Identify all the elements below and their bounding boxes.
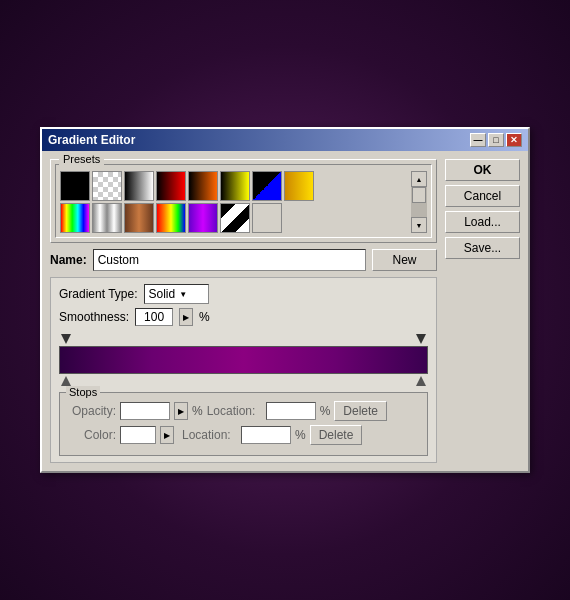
presets-scrollbar: ▲ ▼ [411, 171, 427, 233]
save-button[interactable]: Save... [445, 237, 520, 259]
name-label: Name: [50, 253, 87, 267]
left-panel: Presets [50, 159, 437, 463]
presets-row-2 [60, 203, 407, 233]
smoothness-label: Smoothness: [59, 310, 129, 324]
ok-button[interactable]: OK [445, 159, 520, 181]
name-input[interactable] [93, 249, 366, 271]
smoothness-row: Smoothness: 100 ▶ % [59, 308, 428, 326]
title-bar-buttons: — □ ✕ [470, 133, 522, 147]
gradient-bar-container [59, 334, 428, 386]
opacity-location-input[interactable] [266, 402, 316, 420]
stop-bottom-right[interactable] [416, 376, 426, 386]
opacity-stop-row: Opacity: ▶ % Location: % Delete [66, 401, 421, 421]
stops-inner: Opacity: ▶ % Location: % Delete Color: [64, 397, 423, 451]
preset-violet[interactable] [188, 203, 218, 233]
scroll-track[interactable] [411, 187, 427, 217]
presets-group: Presets [50, 159, 437, 243]
smoothness-stepper[interactable]: ▶ [179, 308, 193, 326]
presets-area: ▲ ▼ [60, 171, 427, 233]
gradient-settings: Gradient Type: Solid ▼ Smoothness: 100 ▶… [50, 277, 437, 463]
opacity-location-label: Location: [207, 404, 262, 418]
preset-rb2[interactable] [156, 203, 186, 233]
dialog-title: Gradient Editor [48, 133, 135, 147]
smoothness-input[interactable]: 100 [135, 308, 173, 326]
name-row: Name: New [50, 249, 437, 271]
color-location-input[interactable] [241, 426, 291, 444]
opacity-location-unit: % [320, 404, 331, 418]
preset-yellow[interactable] [220, 171, 250, 201]
preset-empty1[interactable] [252, 203, 282, 233]
stops-group: Stops Opacity: ▶ % Location: % Delete [59, 392, 428, 456]
new-button[interactable]: New [372, 249, 437, 271]
preset-black[interactable] [60, 171, 90, 201]
presets-row-1 [60, 171, 407, 201]
cancel-button[interactable]: Cancel [445, 185, 520, 207]
scroll-down-arrow[interactable]: ▼ [411, 217, 427, 233]
right-panel: OK Cancel Load... Save... [445, 159, 520, 463]
dropdown-arrow-icon: ▼ [179, 290, 187, 299]
color-location-label: Location: [182, 428, 237, 442]
load-button[interactable]: Load... [445, 211, 520, 233]
preset-copper[interactable] [124, 203, 154, 233]
title-bar: Gradient Editor — □ ✕ [42, 129, 528, 151]
close-button[interactable]: ✕ [506, 133, 522, 147]
preset-red[interactable] [156, 171, 186, 201]
minimize-button[interactable]: — [470, 133, 486, 147]
opacity-input[interactable] [120, 402, 170, 420]
color-swatch[interactable] [120, 426, 156, 444]
gradient-editor-dialog: Gradient Editor — □ ✕ Presets [40, 127, 530, 473]
preset-rainbow[interactable] [60, 203, 90, 233]
preset-diag2[interactable] [220, 203, 250, 233]
preset-checker[interactable] [92, 171, 122, 201]
color-stepper[interactable]: ▶ [160, 426, 174, 444]
scroll-up-arrow[interactable]: ▲ [411, 171, 427, 187]
preset-bw[interactable] [124, 171, 154, 201]
opacity-label: Opacity: [66, 404, 116, 418]
delete-opacity-button[interactable]: Delete [334, 401, 387, 421]
presets-grid [60, 171, 407, 233]
presets-label: Presets [59, 153, 104, 165]
gradient-type-label: Gradient Type: [59, 287, 138, 301]
presets-inner: ▲ ▼ [55, 164, 432, 238]
dialog-body: Presets [42, 151, 528, 471]
stops-label: Stops [66, 386, 100, 398]
preset-chrome[interactable] [92, 203, 122, 233]
gradient-type-row: Gradient Type: Solid ▼ [59, 284, 428, 304]
preset-orange[interactable] [188, 171, 218, 201]
color-stop-row: Color: ▶ Location: % Delete [66, 425, 421, 445]
scroll-thumb[interactable] [412, 187, 426, 203]
stop-bottom-left[interactable] [61, 376, 71, 386]
opacity-unit: % [192, 404, 203, 418]
gradient-bar[interactable] [59, 346, 428, 374]
color-label: Color: [66, 428, 116, 442]
preset-blue-diag[interactable] [252, 171, 282, 201]
opacity-stepper[interactable]: ▶ [174, 402, 188, 420]
gradient-stops-top [59, 334, 428, 344]
gradient-type-dropdown[interactable]: Solid ▼ [144, 284, 209, 304]
delete-color-button[interactable]: Delete [310, 425, 363, 445]
color-location-unit: % [295, 428, 306, 442]
preset-gold[interactable] [284, 171, 314, 201]
stop-top-left[interactable] [61, 334, 71, 344]
smoothness-unit: % [199, 310, 210, 324]
maximize-button[interactable]: □ [488, 133, 504, 147]
stop-top-right[interactable] [416, 334, 426, 344]
gradient-stops-bottom [59, 376, 428, 386]
